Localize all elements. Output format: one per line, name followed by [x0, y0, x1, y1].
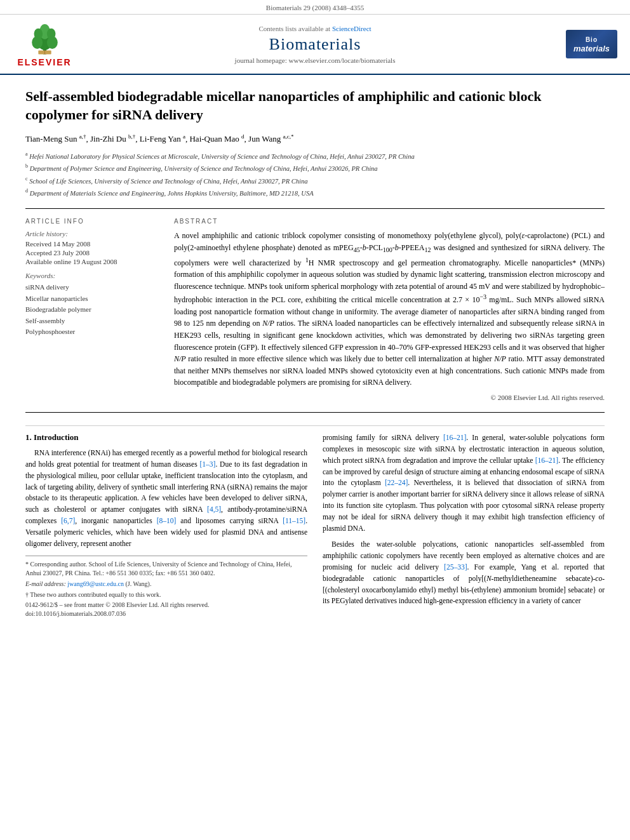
intro-left-text: RNA interference (RNAi) has emerged rece… [25, 448, 307, 549]
body-two-col: 1. Introduction RNA interference (RNAi) … [25, 432, 605, 617]
keyword-5: Polyphosphoester [25, 326, 159, 338]
keyword-1: siRNA delivery [25, 282, 159, 293]
intro-right-text: promising family for siRNA delivery [16–… [323, 432, 605, 607]
received-date: Received 14 May 2008 [25, 240, 159, 248]
ref-25-33[interactable]: [25–33] [444, 563, 467, 571]
ref-22-24[interactable]: [22–24] [385, 479, 408, 486]
ref-16-21[interactable]: [16–21] [443, 434, 466, 441]
ref-4-5[interactable]: [4,5] [207, 505, 221, 513]
article-info-label: ARTICLE INFO [25, 218, 159, 225]
sciencedirect-link: Contents lists available at ScienceDirec… [76, 25, 554, 32]
elsevier-tree-icon [27, 21, 62, 56]
ref-8-10[interactable]: [8–10] [157, 517, 177, 524]
elsevier-name: ELSEVIER [17, 57, 71, 67]
ref-11-15[interactable]: [11–15] [283, 517, 305, 524]
sciencedirect-text[interactable]: ScienceDirect [332, 25, 372, 32]
email-note: E-mail address: jwang69@ustc.edu.cn (J. … [25, 580, 307, 589]
affiliation-b: b Department of Polymer Science and Engi… [25, 163, 605, 173]
abstract-label: ABSTRACT [174, 218, 605, 225]
keyword-4: Self-assembly [25, 316, 159, 327]
article-info-col: ARTICLE INFO Article history: Received 1… [25, 218, 159, 403]
journal-badge-container: Bio materials [554, 30, 617, 58]
doi-line: doi:10.1016/j.biomaterials.2008.07.036 [25, 610, 307, 617]
body-right-col: promising family for siRNA delivery [16–… [323, 432, 605, 617]
svg-point-6 [46, 29, 55, 39]
abstract-col: ABSTRACT A novel amphiphilic and cationi… [174, 218, 605, 403]
keyword-2: Micellar nanoparticles [25, 293, 159, 305]
authors: Tian-Meng Sun a,†, Jin-Zhi Du b,†, Li-Fe… [25, 133, 605, 145]
corresponding-author-note: * Corresponding author. School of Life S… [25, 560, 307, 578]
affiliations: a Hefei National Laboratory for Physical… [25, 150, 605, 198]
biomaterials-badge: Bio materials [566, 30, 617, 58]
keywords-list: siRNA delivery Micellar nanoparticles Bi… [25, 282, 159, 338]
keyword-3: Biodegradable polymer [25, 304, 159, 316]
journal-homepage: journal homepage: www.elsevier.com/locat… [76, 57, 554, 64]
journal-header-center: Contents lists available at ScienceDirec… [76, 25, 554, 64]
journal-title: Biomaterials [76, 35, 554, 54]
section-divider [25, 425, 605, 426]
intro-section-title: 1. Introduction [25, 432, 307, 443]
journal-header: ELSEVIER Contents lists available at Sci… [0, 15, 630, 75]
article-title: Self-assembled biodegradable micellar na… [25, 88, 605, 124]
issn-line: 0142-9612/$ – see front matter © 2008 El… [25, 601, 307, 608]
page-footer: * Corresponding author. School of Life S… [25, 556, 307, 617]
accepted-date: Accepted 23 July 2008 [25, 249, 159, 257]
article-info-abstract-row: ARTICLE INFO Article history: Received 1… [25, 208, 605, 413]
abstract-text: A novel amphiphilic and cationic tribloc… [174, 230, 605, 403]
affiliation-a: a Hefei National Laboratory for Physical… [25, 150, 605, 161]
svg-point-5 [34, 29, 43, 39]
article-content: Self-assembled biodegradable micellar na… [0, 75, 630, 630]
ref-16-21b[interactable]: [16–21] [535, 457, 558, 464]
top-bar: Biomaterials 29 (2008) 4348–4355 [0, 0, 630, 15]
available-online: Available online 19 August 2008 [25, 258, 159, 265]
body-left-col: 1. Introduction RNA interference (RNAi) … [25, 432, 307, 617]
email-link[interactable]: jwang69@ustc.edu.cn [67, 580, 124, 587]
keywords-label: Keywords: [25, 272, 159, 279]
affiliation-d: d Department of Materials Science and En… [25, 187, 605, 198]
journal-citation: Biomaterials 29 (2008) 4348–4355 [266, 4, 364, 11]
elsevier-logo-container: ELSEVIER [13, 21, 76, 67]
history-label: Article history: [25, 230, 159, 237]
dagger-note: † These two authors contributed equally … [25, 590, 307, 599]
page-wrapper: Biomaterials 29 (2008) 4348–4355 [0, 0, 630, 630]
copyright-line: © 2008 Elsevier Ltd. All rights reserved… [174, 392, 605, 403]
elsevier-logo: ELSEVIER [17, 21, 71, 67]
ref-1-3[interactable]: [1–3] [199, 460, 215, 468]
ref-6-7[interactable]: [6,7] [61, 517, 75, 524]
affiliation-c: c School of Life Sciences, University of… [25, 175, 605, 186]
